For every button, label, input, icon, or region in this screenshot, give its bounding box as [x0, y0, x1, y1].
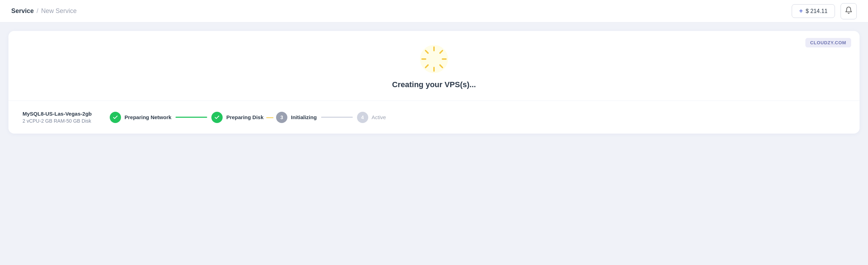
main-content: CLOUDZY.COM Creating your VPS(s)... [0, 22, 868, 134]
vps-name: MySQL8-US-Las-Vegas-2gb [23, 111, 93, 117]
spinner-ray-3 [442, 58, 447, 60]
spinner-ray-8 [425, 50, 429, 54]
step-initializing: 3 Initializing [276, 112, 317, 123]
step-2-done-icon [211, 112, 223, 123]
spinner-ray-6 [425, 64, 429, 69]
header-right: + $ 214.11 [792, 3, 857, 19]
step-dash-separator: — [266, 113, 273, 121]
step-1-done-icon [110, 112, 121, 123]
balance-plus-icon: + [799, 7, 803, 15]
spinner-ray-5 [433, 67, 435, 72]
breadcrumb-service[interactable]: Service [11, 7, 34, 15]
header: Service / New Service + $ 214.11 [0, 0, 868, 22]
card-top-section: CLOUDZY.COM Creating your VPS(s)... [8, 31, 860, 101]
step-preparing-disk: Preparing Disk [211, 112, 263, 123]
cloudzy-badge: CLOUDZY.COM [805, 38, 851, 47]
breadcrumb: Service / New Service [11, 7, 77, 15]
balance-amount: $ 214.11 [806, 8, 828, 14]
step-1-label: Preparing Network [125, 114, 171, 120]
bell-icon [845, 6, 853, 16]
step-3-number-icon: 3 [276, 112, 287, 123]
step-4-label: Active [372, 114, 386, 120]
breadcrumb-new-service: New Service [41, 7, 77, 15]
vps-creation-card: CLOUDZY.COM Creating your VPS(s)... [8, 31, 860, 134]
spinner-rays [420, 45, 448, 73]
progress-row: MySQL8-US-Las-Vegas-2gb 2 vCPU-2 GB RAM-… [8, 101, 860, 134]
step-3-label: Initializing [291, 114, 317, 120]
step-line-3-4 [321, 117, 353, 118]
spinner-ray-2 [439, 50, 443, 54]
step-preparing-network: Preparing Network [110, 112, 171, 123]
breadcrumb-separator: / [37, 7, 38, 15]
spinner-ray-1 [433, 46, 435, 51]
step-line-1-2 [175, 117, 207, 118]
step-active: 4 Active [357, 112, 386, 123]
spinner-ray-7 [421, 58, 426, 60]
vps-specs: 2 vCPU-2 GB RAM-50 GB Disk [23, 118, 93, 124]
loading-spinner [420, 45, 448, 73]
steps-row: Preparing Network Preparing Disk — [110, 112, 845, 123]
spinner-ray-4 [439, 64, 443, 69]
balance-button[interactable]: + $ 214.11 [792, 4, 835, 18]
step-2-label: Preparing Disk [226, 114, 263, 120]
vps-info: MySQL8-US-Las-Vegas-2gb 2 vCPU-2 GB RAM-… [23, 111, 93, 124]
notification-bell-button[interactable] [841, 3, 857, 19]
creating-title: Creating your VPS(s)... [392, 80, 476, 89]
step-4-number-icon: 4 [357, 112, 368, 123]
